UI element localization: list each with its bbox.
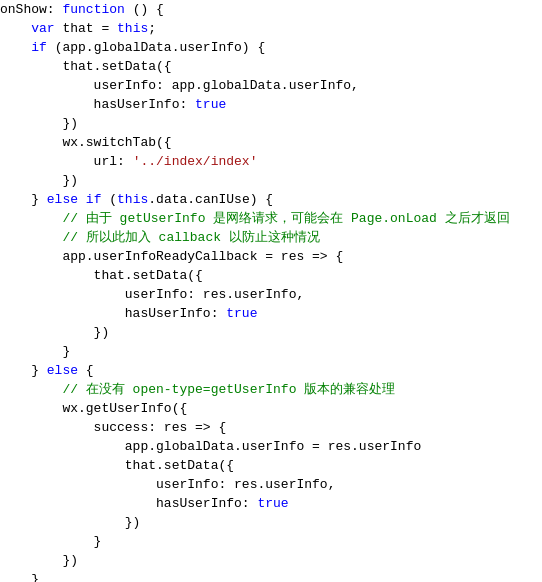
code-token: (app.globalData.userInfo) { <box>47 38 265 57</box>
code-token: userInfo: res.userInfo, <box>0 475 335 494</box>
code-line: } <box>0 570 542 582</box>
code-token: if <box>31 38 47 57</box>
code-token: }) <box>0 513 140 532</box>
code-token: that = <box>55 19 117 38</box>
code-line: // 在没有 open-type=getUserInfo 版本的兼容处理 <box>0 380 542 399</box>
code-line: }) <box>0 114 542 133</box>
code-line: if (app.globalData.userInfo) { <box>0 38 542 57</box>
code-token: wx.getUserInfo({ <box>0 399 187 418</box>
code-token: .data.canIUse) { <box>148 190 273 209</box>
code-token: url: <box>0 152 133 171</box>
code-token <box>78 190 86 209</box>
code-token <box>0 38 31 57</box>
code-line: app.globalData.userInfo = res.userInfo <box>0 437 542 456</box>
code-line: wx.getUserInfo({ <box>0 399 542 418</box>
code-token: hasUserInfo: <box>0 304 226 323</box>
code-token: // 所以此加入 callback 以防止这种情况 <box>0 228 320 247</box>
code-token: that.setData({ <box>0 456 234 475</box>
code-line: userInfo: res.userInfo, <box>0 285 542 304</box>
code-line: hasUserInfo: true <box>0 494 542 513</box>
code-line: // 由于 getUserInfo 是网络请求，可能会在 Page.onLoad… <box>0 209 542 228</box>
code-token: } <box>0 361 47 380</box>
code-line: } else { <box>0 361 542 380</box>
code-token: { <box>78 361 94 380</box>
code-line: hasUserInfo: true <box>0 95 542 114</box>
code-line: }) <box>0 551 542 570</box>
code-line: userInfo: res.userInfo, <box>0 475 542 494</box>
code-token: ; <box>148 19 156 38</box>
code-token: }) <box>0 323 109 342</box>
code-editor: onShow: function () { var that = this; i… <box>0 0 542 582</box>
code-token: } <box>0 190 47 209</box>
code-line: } else if (this.data.canIUse) { <box>0 190 542 209</box>
code-token: ( <box>101 190 117 209</box>
code-token: true <box>195 95 226 114</box>
code-token: () { <box>125 0 164 19</box>
code-token: that.setData({ <box>0 266 203 285</box>
code-token: onShow: <box>0 0 62 19</box>
code-token: // 在没有 open-type=getUserInfo 版本的兼容处理 <box>0 380 395 399</box>
code-token: if <box>86 190 102 209</box>
code-token: app.globalData.userInfo = res.userInfo <box>0 437 421 456</box>
code-line: success: res => { <box>0 418 542 437</box>
code-token: '../index/index' <box>133 152 258 171</box>
code-block: onShow: function () { var that = this; i… <box>0 0 542 582</box>
code-line: } <box>0 342 542 361</box>
code-line: app.userInfoReadyCallback = res => { <box>0 247 542 266</box>
code-line: } <box>0 532 542 551</box>
code-token: app.userInfoReadyCallback = res => { <box>0 247 343 266</box>
code-token: }) <box>0 551 78 570</box>
code-line: that.setData({ <box>0 57 542 76</box>
code-token: // 由于 getUserInfo 是网络请求，可能会在 Page.onLoad… <box>0 209 510 228</box>
code-token: else <box>47 361 78 380</box>
code-line: that.setData({ <box>0 456 542 475</box>
code-token: this <box>117 19 148 38</box>
code-token: userInfo: app.globalData.userInfo, <box>0 76 359 95</box>
code-token: } <box>0 532 101 551</box>
code-token: this <box>117 190 148 209</box>
code-line: }) <box>0 171 542 190</box>
code-token <box>0 19 31 38</box>
code-line: hasUserInfo: true <box>0 304 542 323</box>
code-token: hasUserInfo: <box>0 494 257 513</box>
code-token: that.setData({ <box>0 57 172 76</box>
code-line: that.setData({ <box>0 266 542 285</box>
code-token: true <box>257 494 288 513</box>
code-token: userInfo: res.userInfo, <box>0 285 304 304</box>
code-line: }) <box>0 323 542 342</box>
code-line: url: '../index/index' <box>0 152 542 171</box>
code-line: onShow: function () { <box>0 0 542 19</box>
code-token: success: res => { <box>0 418 226 437</box>
code-token: true <box>226 304 257 323</box>
code-token: wx.switchTab({ <box>0 133 172 152</box>
code-token: } <box>0 342 70 361</box>
code-line: var that = this; <box>0 19 542 38</box>
code-line: // 所以此加入 callback 以防止这种情况 <box>0 228 542 247</box>
code-token: else <box>47 190 78 209</box>
code-token: }) <box>0 114 78 133</box>
code-token: var <box>31 19 54 38</box>
code-token: }) <box>0 171 78 190</box>
code-token: function <box>62 0 124 19</box>
code-line: wx.switchTab({ <box>0 133 542 152</box>
code-token: hasUserInfo: <box>0 95 195 114</box>
code-token: } <box>0 570 39 582</box>
code-line: userInfo: app.globalData.userInfo, <box>0 76 542 95</box>
code-line: }) <box>0 513 542 532</box>
